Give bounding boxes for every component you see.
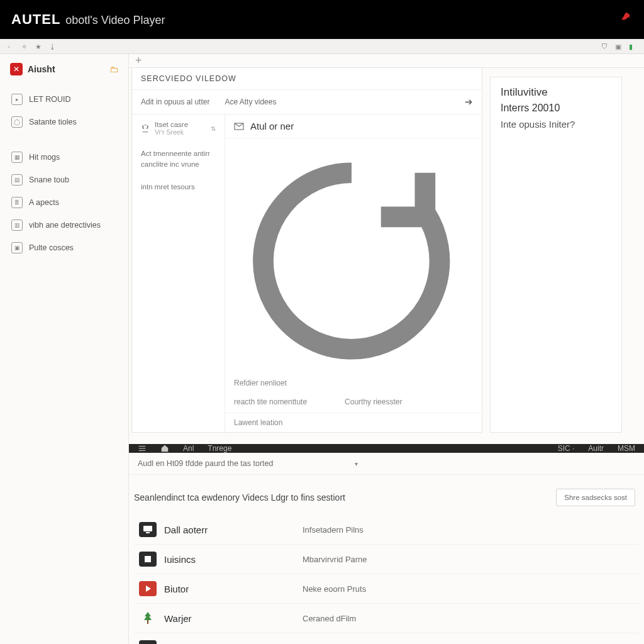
home-icon[interactable] bbox=[160, 444, 169, 453]
sidebar-item-label: Satante tioles bbox=[29, 118, 77, 126]
film-icon bbox=[139, 552, 157, 567]
list-item[interactable]: Lsaterher Le hrivhlwre?Bio bbox=[134, 633, 639, 644]
info-line-1: Intiluvitive bbox=[501, 86, 611, 99]
sidebar-item-6[interactable]: ▣Pulte cosces bbox=[0, 236, 128, 259]
sort-icon[interactable]: ⇅ bbox=[211, 125, 216, 132]
sidebar-item-label: Pulte cosces bbox=[29, 243, 74, 252]
card-right-row-1[interactable]: Atul or ner bbox=[225, 114, 482, 138]
svg-rect-7 bbox=[147, 620, 148, 624]
title-left: AUTEL obotl's Video Player bbox=[11, 11, 165, 28]
sidebar-item-0[interactable]: ▸LET ROUID bbox=[0, 88, 128, 111]
square-icon: ▸ bbox=[11, 94, 23, 105]
svg-rect-1 bbox=[143, 526, 152, 531]
card-right-r2: Refdier nenlioet bbox=[234, 379, 287, 387]
svg-rect-2 bbox=[146, 532, 150, 533]
star-icon[interactable]: ★ bbox=[35, 43, 43, 50]
back-icon[interactable]: ◦ bbox=[8, 43, 15, 50]
card-header-mid: Ace Atty videes bbox=[225, 97, 276, 106]
svg-rect-4 bbox=[143, 556, 145, 562]
video-list: Dall aoterr Infsetadern Pilns Iuisincs M… bbox=[129, 515, 644, 644]
sidebar: ✕ Aiusht 🗀 ▸LET ROUID ◯Satante tioles ▦H… bbox=[0, 54, 129, 644]
card-right-row-4: Lawent leation bbox=[225, 413, 482, 432]
card-right-row-2[interactable]: Refdier nenlioet bbox=[225, 138, 482, 392]
play-icon bbox=[139, 581, 157, 596]
darkbar-tab-1[interactable]: Anl bbox=[183, 444, 194, 453]
dark-toolbar: Anl Tnrege SIC · Auitr MSM bbox=[129, 444, 644, 453]
download-icon[interactable]: ⭳ bbox=[49, 43, 57, 50]
tabstrip: + bbox=[129, 54, 644, 68]
sidebar-item-4[interactable]: ≣A apects bbox=[0, 191, 128, 214]
list-item[interactable]: Biutor Neke eoorn Pruts bbox=[134, 574, 639, 604]
darkbar-right-3[interactable]: MSM bbox=[618, 444, 635, 453]
new-tab-button[interactable]: + bbox=[135, 54, 142, 67]
app-subtitle: obotl's Video Player bbox=[65, 14, 165, 27]
info-line-3: Inte opusis Initer? bbox=[501, 119, 611, 130]
menu-icon[interactable] bbox=[138, 444, 147, 453]
svg-rect-3 bbox=[143, 556, 152, 562]
sidebar-item-1[interactable]: ◯Satante tioles bbox=[0, 111, 128, 133]
video-name: Iuisincs bbox=[164, 554, 303, 565]
video-meta: Neke eoorn Pruts bbox=[303, 584, 552, 594]
card-left-row-1[interactable]: Itset casreVr'r Sreek ⇅ bbox=[132, 114, 225, 142]
settings-icon[interactable]: ✧ bbox=[21, 43, 29, 50]
share-button[interactable]: Shre sadsecks sost bbox=[556, 489, 635, 506]
svg-marker-6 bbox=[146, 586, 151, 592]
search-video-card: SERCVIEDO VILEDOW Adit in opuus al utter… bbox=[131, 68, 482, 433]
sidebar-header: ✕ Aiusht 🗀 bbox=[0, 59, 128, 79]
info-card: Intiluvitive Interrs 20010 Inte opusis I… bbox=[490, 77, 622, 433]
list-icon: ≣ bbox=[11, 197, 23, 208]
grid-icon: ▦ bbox=[11, 152, 23, 163]
darkbar-tab-2[interactable]: Tnrege bbox=[208, 444, 231, 453]
sidebar-item-3[interactable]: ▤Snane toub bbox=[0, 169, 128, 191]
tree-icon bbox=[139, 611, 157, 626]
camera-icon bbox=[139, 640, 157, 644]
app-logo-icon: ✕ bbox=[10, 63, 23, 75]
lock-icon[interactable]: ▮ bbox=[629, 43, 636, 50]
clipboard-icon[interactable]: ▣ bbox=[615, 43, 623, 50]
filter-bar[interactable]: Audl en Ht09 tfdde paurd the tas torted … bbox=[129, 453, 644, 475]
sidebar-item-label: A apects bbox=[29, 198, 59, 207]
sidebar-item-label: LET ROUID bbox=[29, 95, 70, 104]
list-item[interactable]: Iuisincs Mbarvirvrid Parne bbox=[134, 545, 639, 574]
card-header-left: Adit in opuus al utter bbox=[141, 97, 209, 106]
info-line-2: Interrs 20010 bbox=[501, 103, 611, 114]
app-body: ✕ Aiusht 🗀 ▸LET ROUID ◯Satante tioles ▦H… bbox=[0, 54, 644, 644]
video-name: Dall aoterr bbox=[164, 525, 303, 535]
card-title: SERCVIEDO VILEDOW bbox=[132, 68, 482, 90]
refresh-icon bbox=[234, 143, 469, 379]
card-left-col: Itset casreVr'r Sreek ⇅ Act tmenneente a… bbox=[132, 114, 225, 432]
card-left-r1a: Itset casre bbox=[155, 121, 188, 128]
darkbar-right-2[interactable]: Auitr bbox=[588, 444, 604, 453]
titlebar: AUTEL obotl's Video Player bbox=[0, 0, 644, 39]
card-right-r3a: reacth tite nomenttute bbox=[234, 397, 307, 406]
sidebar-item-2[interactable]: ▦Hit mogs bbox=[0, 146, 128, 169]
video-name: Warjer bbox=[164, 613, 303, 624]
app-brand: AUTEL bbox=[11, 11, 60, 28]
balance-icon bbox=[141, 124, 150, 133]
folder-icon[interactable]: 🗀 bbox=[109, 64, 118, 74]
section-row: Seanlendinct tca ewdenory Videcs Ldgr to… bbox=[129, 475, 644, 515]
sidebar-item-5[interactable]: ▥vibh ane detrectivies bbox=[0, 214, 128, 236]
card-body: Itset casreVr'r Sreek ⇅ Act tmenneente a… bbox=[132, 114, 482, 432]
card-left-row-2: Act tmenneente antirr canclitre inc vrun… bbox=[132, 142, 225, 177]
card-right-r3b: Courthy rieesster bbox=[345, 397, 402, 406]
video-meta: Infsetadern Pilns bbox=[303, 525, 552, 535]
darkbar-right-1[interactable]: SIC · bbox=[558, 444, 575, 453]
card-right-r1: Atul or ner bbox=[250, 121, 294, 131]
card-header-row[interactable]: Adit in opuus al utter Ace Atty videes ➔ bbox=[132, 90, 482, 114]
card-left-row-3: intn mret tesours bbox=[132, 177, 225, 197]
shield-icon[interactable]: ⛉ bbox=[601, 43, 609, 50]
list-item[interactable]: Dall aoterr Infsetadern Pilns bbox=[134, 515, 639, 545]
sidebar-item-label: vibh ane detrectivies bbox=[29, 221, 101, 230]
chevron-down-icon[interactable]: ▾ bbox=[355, 460, 358, 467]
circle-icon: ◯ bbox=[11, 116, 23, 128]
list-item[interactable]: Warjer Ceraned dFilm bbox=[134, 604, 639, 633]
chevron-right-icon[interactable]: ➔ bbox=[465, 96, 473, 108]
card-right-col: Atul or ner Refdier nenlioet reacth tite… bbox=[225, 114, 482, 432]
video-meta: Ceraned dFilm bbox=[303, 614, 552, 623]
browser-toolbar: ◦ ✧ ★ ⭳ ⛉ ▣ ▮ bbox=[0, 39, 644, 54]
video-meta: Mbarvirvrid Parne bbox=[303, 555, 552, 564]
sidebar-item-label: Hit mogs bbox=[29, 153, 60, 162]
monitor-icon bbox=[139, 522, 157, 537]
title-right-icon bbox=[619, 11, 633, 28]
